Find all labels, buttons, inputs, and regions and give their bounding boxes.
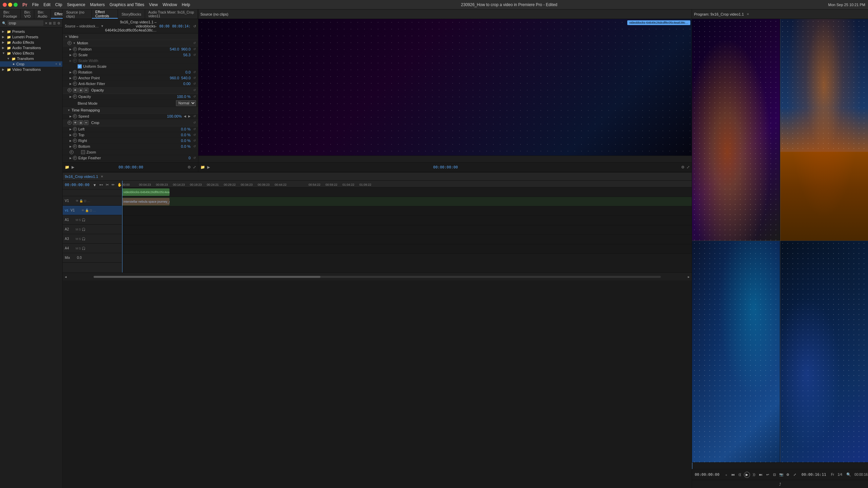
source-play-btn[interactable]: ▶ <box>207 165 210 169</box>
menu-markers[interactable]: Markers <box>90 2 105 7</box>
settings-icon[interactable]: ⚙ <box>57 21 60 25</box>
opacity-value[interactable]: 100.0 % <box>163 95 191 99</box>
track-row-a3[interactable] <box>122 225 692 235</box>
ec-group-crop[interactable]: ⏱ 👁 ⊞ ✏ Crop ↺ <box>63 119 198 126</box>
anchor-arrow[interactable]: ▶ <box>70 77 72 80</box>
edge-feather-stopwatch[interactable]: ⏱ <box>73 156 77 160</box>
opacity-arrow[interactable]: ▶ <box>70 95 72 98</box>
crop-pen-icon[interactable]: ✏ <box>84 120 88 125</box>
tab-bin-footage[interactable]: Bin: Footage <box>0 9 21 19</box>
track-row-v1-active[interactable]: interstellar nebula space journey_gobird… <box>122 197 692 206</box>
v1-sync-icon[interactable]: ⊡ <box>84 199 86 203</box>
a2-mute-icon[interactable]: M <box>76 228 78 231</box>
pm-step-forward-btn[interactable]: ⏭ <box>758 472 764 477</box>
a4-solo-icon[interactable]: S <box>79 247 81 250</box>
speed-next-btn[interactable]: ▶ <box>188 115 191 118</box>
edge-feather-reset[interactable]: ↺ <box>193 156 196 160</box>
speed-reset[interactable]: ↺ <box>193 115 196 118</box>
right-reset[interactable]: ↺ <box>193 139 196 142</box>
menu-clip[interactable]: Clip <box>55 2 62 7</box>
anchor-stopwatch[interactable]: ⏱ <box>73 76 77 80</box>
source-expand-icon[interactable]: ⤢ <box>687 165 690 169</box>
antiflicker-arrow[interactable]: ▶ <box>70 82 72 85</box>
video-clip-2[interactable]: interstellar nebula space journey_gobird… <box>122 198 170 205</box>
effects-search-input[interactable] <box>7 20 43 26</box>
crop-group-reset[interactable]: ↺ <box>193 121 196 124</box>
ec-group-motion[interactable]: ⏱ ▼ Motion ↺ <box>63 40 198 46</box>
crop-settings-icon[interactable]: ⊞ <box>78 120 83 125</box>
a2-solo-icon[interactable]: S <box>79 228 81 231</box>
track-row-a2[interactable] <box>122 216 692 225</box>
a1-headphone-icon[interactable]: 🎧 <box>82 218 85 222</box>
tab-storyblocks[interactable]: StoryBlocks <box>118 9 145 19</box>
opacity-reset[interactable]: ↺ <box>193 95 196 98</box>
tl-razor-tool[interactable]: ✂ <box>105 182 110 187</box>
menu-help[interactable]: Help <box>182 2 190 7</box>
close-button[interactable] <box>3 3 7 7</box>
top-stopwatch[interactable]: ⏱ <box>73 133 77 137</box>
pm-safe-margins-btn[interactable]: ⊡ <box>772 472 777 477</box>
tab-bin-audio[interactable]: Bin: Audio <box>34 9 51 19</box>
source-settings-icon[interactable]: ⚙ <box>681 165 685 169</box>
menu-file[interactable]: File <box>32 2 39 7</box>
tl-pen-tool[interactable]: ✏ <box>111 182 115 187</box>
tree-audio-effects[interactable]: ▶ 📁 Audio Effects <box>0 40 62 45</box>
uniform-scale-checkbox[interactable]: ✓ <box>78 64 82 68</box>
bottom-stopwatch[interactable]: ⏱ <box>73 144 77 148</box>
right-stopwatch[interactable]: ⏱ <box>73 139 77 143</box>
tree-video-effects[interactable]: ▼ 📁 Video Effects <box>0 50 62 56</box>
pm-fullscreen-btn[interactable]: ⤢ <box>792 472 797 477</box>
bottom-arrow[interactable]: ▶ <box>70 145 72 148</box>
ec-reset-btn[interactable]: ↺ <box>193 24 196 28</box>
a4-headphone-icon[interactable]: 🎧 <box>82 247 85 250</box>
v1-more-icon[interactable]: … <box>87 199 90 203</box>
tree-lumetri-presets[interactable]: ▶ 📁 Lumetri Presets <box>0 34 62 40</box>
clear-search-icon[interactable]: ✕ <box>45 21 47 25</box>
pm-timeline-bar[interactable] <box>692 462 868 469</box>
a4-mute-icon[interactable]: M <box>76 247 78 250</box>
ec-group-time-remap[interactable]: ▼ Time Remapping <box>63 107 198 114</box>
left-reset[interactable]: ↺ <box>193 127 196 131</box>
timeline-panel-icon[interactable]: ✕ <box>101 175 103 178</box>
list-view-icon[interactable]: ☰ <box>53 21 56 25</box>
pm-export-icon[interactable]: ⤴ <box>779 482 781 486</box>
v1a-more-icon[interactable]: … <box>93 209 96 212</box>
pm-go-out-btn[interactable]: ⟩⟩ <box>751 472 757 477</box>
tree-crop-effect[interactable]: ✦ Crop + ℹ <box>0 61 62 67</box>
tl-track-content[interactable]: 00:00 00:04:23 00:09:23 00:14:23 00:19:2… <box>122 181 692 272</box>
ec-settings-icon[interactable]: ⚙ <box>188 165 191 169</box>
menu-edit[interactable]: Edit <box>43 2 51 7</box>
pm-step-back-btn[interactable]: ⏮ <box>730 472 736 477</box>
pm-settings-btn[interactable]: ⚙ <box>785 472 791 477</box>
position-reset[interactable]: ↺ <box>193 47 196 51</box>
tree-transform[interactable]: ▼ 📁 Transform <box>0 56 62 61</box>
rotation-reset[interactable]: ↺ <box>193 70 196 74</box>
edge-feather-value[interactable]: 0 <box>163 156 191 160</box>
position-arrow[interactable]: ▶ <box>70 48 72 51</box>
a1-solo-icon[interactable]: S <box>79 218 81 222</box>
pm-play-btn[interactable]: ▶ <box>744 472 750 478</box>
zoom-bar[interactable] <box>94 276 660 278</box>
a3-solo-icon[interactable]: S <box>79 237 81 241</box>
left-arrow[interactable]: ▶ <box>70 128 72 131</box>
pm-go-in-btn[interactable]: ⟨⟨ <box>737 472 743 477</box>
track-row-a1[interactable] <box>122 206 692 216</box>
rotation-value[interactable]: 0.0 <box>163 70 191 74</box>
track-row-a4[interactable] <box>122 235 692 244</box>
rotation-stopwatch[interactable]: ⏱ <box>73 70 77 74</box>
ec-folder-icon[interactable]: 📁 <box>65 165 70 169</box>
opacity-stopwatch[interactable]: ⏱ <box>73 95 77 99</box>
ec-group-opacity[interactable]: ⏱ 👁 ⊕ ✏ Opacity ↺ <box>63 87 198 94</box>
top-reset[interactable]: ↺ <box>193 133 196 137</box>
blend-mode-select[interactable]: Normal <box>176 100 196 106</box>
ec-play-icon[interactable]: ▶ <box>72 165 74 169</box>
scale-arrow[interactable]: ▶ <box>70 54 72 57</box>
menu-window[interactable]: Window <box>162 2 177 7</box>
tab-audio-track-mixer[interactable]: Audio Track Mixer: 9x16_Crop video11 <box>145 9 198 19</box>
tl-ripple-tool[interactable]: ⊷ <box>99 182 104 187</box>
edge-feather-arrow[interactable]: ▶ <box>70 157 72 160</box>
tab-bin-vo[interactable]: Bin: V/O <box>21 9 34 19</box>
top-value[interactable]: 0.0 % <box>163 133 191 137</box>
ec-section-video[interactable]: ▼ Video <box>63 34 198 40</box>
scale-reset[interactable]: ↺ <box>193 53 196 57</box>
